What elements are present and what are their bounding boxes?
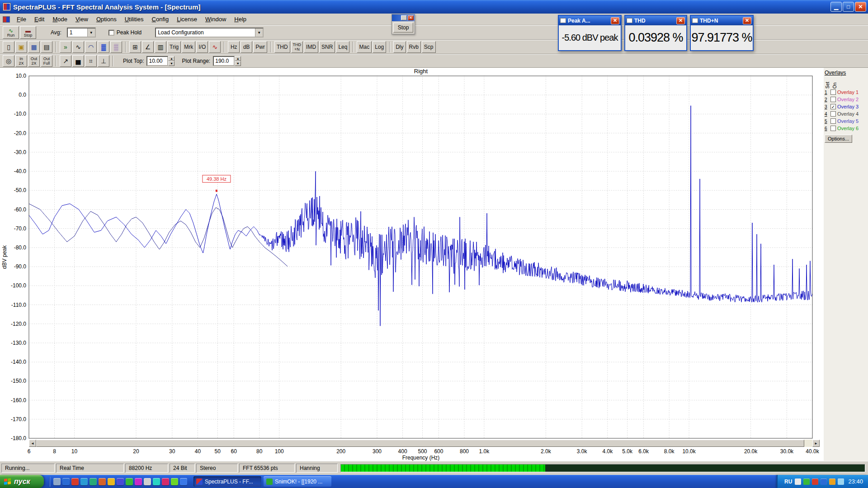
thd-button[interactable]: THD	[274, 41, 290, 53]
quicklaunch-icon-12[interactable]	[153, 478, 160, 485]
spin-up-icon[interactable]: ▲	[168, 56, 175, 61]
overlay-on-checkbox-5[interactable]	[830, 118, 836, 124]
scroll-thumb[interactable]	[36, 440, 804, 447]
fast-forward-button[interactable]: »	[60, 41, 71, 53]
pwr-units-button[interactable]: Pwr	[253, 41, 267, 53]
quicklaunch-icon-6[interactable]	[99, 478, 106, 485]
zoom-in-2x-button[interactable]: In2X	[15, 55, 27, 67]
save-button[interactable]: ▦	[28, 41, 40, 53]
quicklaunch-icon-13[interactable]	[162, 478, 169, 485]
bars-view-button[interactable]: ▥	[155, 41, 166, 53]
quicklaunch-icon-11[interactable]	[144, 478, 151, 485]
snr-button[interactable]: SNR	[319, 41, 335, 53]
overlay-set-link-3[interactable]: 3	[825, 104, 829, 109]
tray-icon-6[interactable]	[838, 479, 844, 485]
hz-units-button[interactable]: Hz	[228, 41, 240, 53]
leq-button[interactable]: Leq	[336, 41, 349, 53]
open-file-button[interactable]: ▣	[15, 41, 27, 53]
configuration-select[interactable]: Load Configuration ▼	[155, 28, 264, 38]
overlay-set-link-4[interactable]: 4	[825, 112, 829, 117]
zoom-button[interactable]: ◎	[3, 55, 14, 67]
tray-icon-2[interactable]	[803, 479, 810, 485]
close-icon[interactable]: ✕	[611, 17, 619, 24]
plot-range-field[interactable]	[213, 56, 235, 66]
run-button[interactable]: ∿ Run	[3, 26, 19, 39]
overlay-set-link-2[interactable]: 2	[825, 97, 829, 102]
menu-item-utilities[interactable]: Utilities	[121, 14, 148, 24]
quicklaunch-icon-3[interactable]	[71, 478, 79, 485]
scroll-left-button[interactable]: ◄	[29, 440, 36, 447]
scope-button[interactable]: Scp	[422, 41, 436, 53]
minimize-button[interactable]: ▁	[830, 2, 842, 12]
plot-range-input[interactable]: ▲▼	[213, 56, 241, 66]
spectrum-chart[interactable]: 49.38 Hz10.00.0-10.0-20.0-30.0-40.0-50.0…	[0, 68, 824, 461]
reverb-button[interactable]: Rvb	[407, 41, 421, 53]
close-button[interactable]: ✕	[855, 2, 866, 12]
fill-style-button[interactable]: ▅	[72, 55, 84, 67]
menu-item-window[interactable]: Window	[201, 14, 230, 24]
scroll-track[interactable]	[804, 440, 812, 447]
menu-item-config[interactable]: Config	[148, 14, 173, 24]
menu-item-file[interactable]: File	[13, 14, 30, 24]
thdn-button[interactable]: THD+N	[291, 41, 303, 53]
tray-icon-1[interactable]	[795, 479, 801, 485]
start-button[interactable]: пуск	[0, 475, 44, 488]
menu-item-edit[interactable]: Edit	[30, 14, 48, 24]
new-file-button[interactable]: ▯	[3, 41, 14, 53]
signal-generator-button[interactable]: ∿	[209, 41, 221, 53]
overlay-on-checkbox-6[interactable]	[830, 126, 836, 131]
tray-icon-3[interactable]	[812, 479, 818, 485]
quicklaunch-icon-4[interactable]	[80, 478, 88, 485]
close-icon[interactable]: ✕	[743, 17, 751, 24]
axis-settings-button[interactable]: ⊥	[98, 55, 109, 67]
menu-item-view[interactable]: View	[71, 14, 92, 24]
overlay-set-link-1[interactable]: 1	[825, 90, 829, 95]
overlay-on-checkbox-3[interactable]: ✓	[830, 104, 836, 109]
stop-button[interactable]: ▬ Stop	[20, 26, 36, 39]
thdn-titlebar[interactable]: THD+N ✕	[691, 16, 753, 25]
quicklaunch-icon-9[interactable]	[126, 478, 133, 485]
quicklaunch-icon-2[interactable]	[62, 478, 70, 485]
tray-icon-5[interactable]	[829, 479, 835, 485]
maximize-button[interactable]: □	[843, 2, 854, 12]
avg-select[interactable]: 1 ▼	[67, 28, 96, 38]
quicklaunch-icon-10[interactable]	[135, 478, 142, 485]
overlays-options-button[interactable]: Options...	[825, 135, 852, 143]
spin-down-icon[interactable]: ▼	[168, 61, 175, 66]
chevron-down-icon[interactable]: ▼	[87, 28, 95, 37]
quicklaunch-icon-5[interactable]	[90, 478, 97, 485]
phase-view-button[interactable]: ∠	[142, 41, 154, 53]
checkbox-box[interactable]	[108, 30, 114, 36]
palette-stop-button[interactable]: Stop	[393, 23, 413, 33]
palette-pin-button[interactable]	[401, 15, 407, 20]
peak-hold-checkbox[interactable]: Peak Hold	[108, 29, 142, 36]
imd-button[interactable]: IMD	[304, 41, 318, 53]
tray-icon-4[interactable]	[821, 479, 827, 485]
quicklaunch-icon-7[interactable]	[108, 478, 115, 485]
plot-top-input[interactable]: ▲▼	[146, 56, 175, 66]
trigger-button[interactable]: Trig	[167, 41, 181, 53]
language-indicator[interactable]: RU	[784, 479, 792, 485]
line-style-button[interactable]: ↗	[60, 55, 71, 67]
zoom-full-button[interactable]: OutFull	[41, 55, 52, 67]
quicklaunch-icon-14[interactable]	[171, 478, 178, 485]
table-view-button[interactable]: ⊞	[129, 41, 141, 53]
plot-h-scrollbar[interactable]: ◄ ►	[29, 440, 820, 447]
quicklaunch-icon-1[interactable]	[53, 478, 61, 485]
macro-button[interactable]: Mac	[357, 41, 372, 53]
spectrogram-view-button[interactable]: ▓	[98, 41, 109, 53]
quicklaunch-icon-8[interactable]	[117, 478, 124, 485]
delay-button[interactable]: Dly	[393, 41, 406, 53]
overlay-set-link-6[interactable]: 6	[825, 126, 829, 131]
spectrum-view-button[interactable]: ◠	[85, 41, 97, 53]
quicklaunch-icon-15[interactable]	[180, 478, 187, 485]
close-icon[interactable]: ✕	[408, 15, 414, 20]
chevron-down-icon[interactable]: ▼	[255, 28, 263, 37]
close-icon[interactable]: ✕	[676, 17, 685, 24]
time-series-view-button[interactable]: ∿	[72, 41, 84, 53]
overlay-on-checkbox-4[interactable]	[830, 111, 836, 117]
peak-amplitude-titlebar[interactable]: Peak A... ✕	[559, 16, 621, 25]
grid-toggle-button[interactable]: ⌗	[85, 55, 97, 67]
spin-down-icon[interactable]: ▼	[235, 61, 241, 66]
surface-view-button[interactable]: ▒	[110, 41, 122, 53]
